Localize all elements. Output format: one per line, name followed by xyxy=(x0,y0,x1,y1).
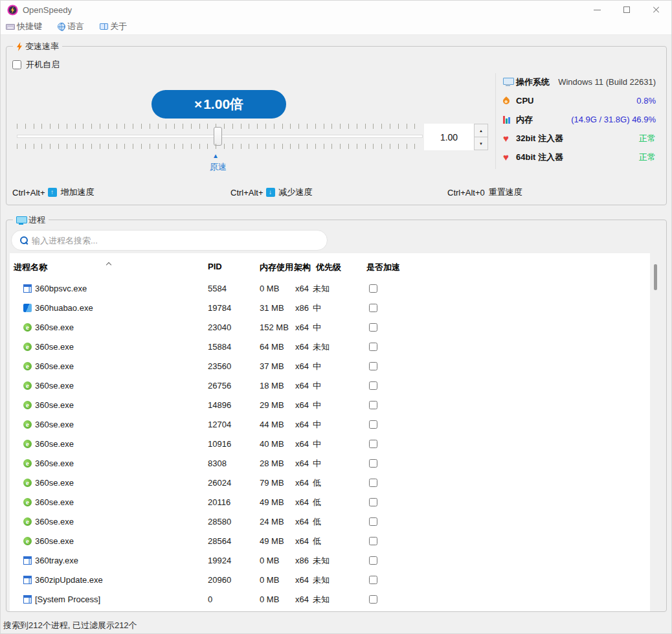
accelerate-checkbox[interactable] xyxy=(369,401,377,409)
accelerate-cell xyxy=(369,381,377,392)
process-priority-cell: 未知 xyxy=(313,571,330,590)
column-header-name[interactable]: 进程名称 xyxy=(14,262,47,273)
window-controls xyxy=(582,1,671,19)
column-header-pid[interactable]: PID xyxy=(208,262,222,271)
accelerate-checkbox[interactable] xyxy=(369,479,377,487)
accelerate-cell xyxy=(369,440,377,450)
process-row[interactable]: 360se.exe 10916 40 MB x64 中 xyxy=(10,435,650,454)
speed-slider-handle[interactable] xyxy=(214,127,222,146)
accelerate-checkbox[interactable] xyxy=(369,576,377,584)
close-button[interactable] xyxy=(642,1,671,19)
accelerate-cell xyxy=(369,362,377,372)
maximize-button[interactable] xyxy=(612,1,642,19)
column-header-priority[interactable]: 优先级 xyxy=(316,262,341,273)
process-icon xyxy=(23,498,32,506)
process-arch-cell: x64 xyxy=(295,493,309,512)
process-row[interactable]: 360se.exe 14896 29 MB x64 中 xyxy=(10,396,650,415)
process-memory-cell: 18 MB xyxy=(260,376,284,396)
hotkey-hint: Ctrl+Alt+ 增加速度 xyxy=(12,187,95,198)
accelerate-checkbox[interactable] xyxy=(369,459,377,468)
process-priority-cell: 未知 xyxy=(313,337,330,357)
process-row[interactable]: 360se.exe 28580 24 MB x64 低 xyxy=(10,512,650,532)
origin-speed-marker-icon: ▲ xyxy=(212,152,219,159)
process-search-input[interactable] xyxy=(32,236,319,245)
openspeedy-window: OpenSpeedy 快捷键 语言 关于 xyxy=(0,0,672,634)
process-row[interactable]: 360se.exe 8308 28 MB x64 中 xyxy=(10,454,650,473)
process-table-body: 360bpsvc.exe 5584 0 MB x64 未知 360huabao.… xyxy=(10,279,650,609)
process-priority-cell: 低 xyxy=(313,493,321,512)
process-pid-cell: 15884 xyxy=(208,337,231,357)
process-row[interactable]: 360se.exe 26756 18 MB x64 中 xyxy=(10,376,650,396)
process-row[interactable]: 360huabao.exe 19784 31 MB x86 中 xyxy=(10,299,650,318)
column-header-memory[interactable]: 内存使用 xyxy=(260,262,293,273)
process-priority-cell: 中 xyxy=(313,376,321,396)
accelerate-checkbox[interactable] xyxy=(369,343,377,351)
process-row[interactable]: 360bpsvc.exe 5584 0 MB x64 未知 xyxy=(10,279,650,299)
spinbox-up-button[interactable]: ▲ xyxy=(474,124,488,137)
process-row[interactable]: 360se.exe 23560 37 MB x64 中 xyxy=(10,357,650,376)
process-row[interactable]: 360tray.exe 19924 0 MB x86 未知 xyxy=(10,551,650,571)
process-icon xyxy=(23,420,32,429)
accelerate-cell xyxy=(369,595,377,606)
process-priority-cell: 中 xyxy=(313,415,321,435)
process-priority-cell: 中 xyxy=(313,435,321,454)
accelerate-checkbox[interactable] xyxy=(369,420,377,429)
process-arch-cell: x64 xyxy=(295,279,309,299)
speed-spinbox-input[interactable] xyxy=(424,124,474,150)
process-priority-cell: 未知 xyxy=(313,551,330,571)
menu-bar: 快捷键 语言 关于 xyxy=(1,19,671,35)
accelerate-checkbox[interactable] xyxy=(369,556,377,565)
system-info-label: 内存 xyxy=(516,114,533,126)
accelerate-cell xyxy=(369,323,377,334)
title-bar[interactable]: OpenSpeedy xyxy=(1,1,671,19)
process-memory-cell: 49 MB xyxy=(260,493,284,512)
search-icon xyxy=(19,236,28,245)
accelerate-checkbox[interactable] xyxy=(369,362,377,370)
accelerate-checkbox[interactable] xyxy=(369,440,377,448)
process-row[interactable]: 360se.exe 28564 49 MB x64 低 xyxy=(10,532,650,551)
autostart-checkbox[interactable] xyxy=(12,60,21,69)
slider-ticks-bottom xyxy=(17,144,423,149)
process-memory-cell: 29 MB xyxy=(260,396,284,415)
menu-item[interactable]: 快捷键 xyxy=(6,21,42,32)
system-info-row: 64bit 注入器 正常 xyxy=(503,148,656,166)
spinbox-down-button[interactable]: ▼ xyxy=(474,137,488,150)
process-row[interactable]: 360se.exe 12704 44 MB x64 中 xyxy=(10,415,650,435)
accelerate-checkbox[interactable] xyxy=(369,517,377,526)
accelerate-checkbox[interactable] xyxy=(369,323,377,332)
process-row[interactable]: 360se.exe 20116 49 MB x64 低 xyxy=(10,493,650,512)
menu-item[interactable]: 关于 xyxy=(100,21,127,32)
accelerate-cell xyxy=(369,304,377,314)
accelerate-checkbox[interactable] xyxy=(369,498,377,506)
process-arch-cell: x64 xyxy=(295,435,309,454)
menu-item[interactable]: 语言 xyxy=(58,21,84,32)
accelerate-cell xyxy=(369,479,377,489)
column-header-accelerate[interactable]: 是否加速 xyxy=(366,262,400,273)
accelerate-checkbox[interactable] xyxy=(369,595,377,604)
accelerate-checkbox[interactable] xyxy=(369,284,377,293)
table-scrollbar-track[interactable] xyxy=(651,254,666,611)
accelerate-cell xyxy=(369,576,377,586)
accelerate-checkbox[interactable] xyxy=(369,537,377,545)
process-row[interactable]: 360se.exe 15884 64 MB x64 未知 xyxy=(10,337,650,357)
accelerate-cell xyxy=(369,420,377,431)
minimize-button[interactable] xyxy=(582,1,612,19)
hotkey-prefix: Ctrl+Alt+0 xyxy=(447,188,485,198)
process-row[interactable]: [System Process] 0 0 MB x64 未知 xyxy=(10,590,650,609)
process-arch-cell: x64 xyxy=(295,415,309,435)
system-info-panel: 操作系统 Windows 11 (Build 22631) CPU 0.8% 内… xyxy=(503,73,656,166)
table-scrollbar-thumb[interactable] xyxy=(654,264,657,290)
system-info-label: 32bit 注入器 xyxy=(516,133,563,144)
accelerate-checkbox[interactable] xyxy=(369,304,377,312)
process-row[interactable]: 360se.exe 23040 152 MB x64 中 xyxy=(10,318,650,337)
accelerate-checkbox[interactable] xyxy=(369,381,377,390)
speed-multiplier-button[interactable]: × 1.00倍 xyxy=(151,90,286,119)
column-header-arch[interactable]: 架构 xyxy=(294,262,311,273)
process-row[interactable]: 360se.exe 26024 79 MB x64 低 xyxy=(10,473,650,493)
process-icon xyxy=(23,459,32,468)
close-icon xyxy=(653,6,660,14)
process-row[interactable]: 360zipUpdate.exe 20960 0 MB x64 未知 xyxy=(10,571,650,590)
menu-icon xyxy=(6,24,15,30)
process-monitor-icon xyxy=(16,216,26,225)
process-pid-cell: 26024 xyxy=(208,473,231,493)
